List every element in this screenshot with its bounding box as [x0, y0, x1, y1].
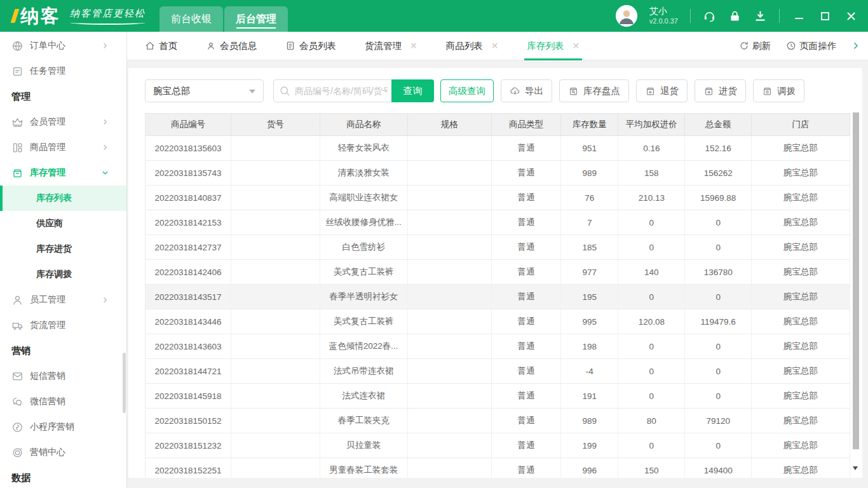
column-header-2[interactable]: 商品名称 — [320, 114, 408, 135]
download-icon[interactable] — [754, 10, 767, 23]
tab-goods-list[interactable]: 商品列表✕ — [446, 32, 499, 60]
cell-col8: 腕宝总部 — [752, 235, 850, 259]
avatar[interactable] — [616, 5, 637, 27]
topbar: 纳客 纳客管店更轻松 前台收银后台管理 艾小 v2.0.0.37 — [0, 0, 868, 32]
sidebar-item-wechat-marketing[interactable]: 微信营销 — [0, 389, 126, 414]
maximize-button[interactable] — [818, 9, 832, 23]
query-button[interactable]: 查询 — [391, 79, 434, 102]
column-header-7[interactable]: 总金额 — [685, 114, 752, 135]
tab-member-list[interactable]: 会员列表 — [285, 32, 336, 60]
page-ops-button[interactable]: 页面操作 — [786, 40, 836, 52]
globe-icon — [11, 40, 24, 52]
cell-col6: 120.08 — [618, 309, 685, 334]
column-header-0[interactable]: 商品编号 — [146, 114, 231, 135]
cell-col6: 0 — [618, 433, 685, 458]
cell-col7: 0 — [685, 285, 752, 309]
column-header-3[interactable]: 规格 — [408, 114, 492, 135]
sidebar-item-logistics-manage[interactable]: 货流管理 — [0, 313, 126, 338]
table-row[interactable]: 20220318144721法式吊带连衣裙普通-400腕宝总部 — [146, 359, 850, 384]
cell-col6: 150 — [618, 458, 685, 478]
return-button[interactable]: 退货 — [636, 79, 688, 102]
main-area: 首页会员信息会员列表货流管理✕商品列表✕库存列表✕ 刷新 页面操作 — [127, 32, 868, 488]
sidebar-item-task-manage[interactable]: 任务管理 — [0, 58, 126, 84]
column-header-8[interactable]: 门店 — [752, 114, 850, 135]
sidebar-item-order-center[interactable]: 订单中心 — [0, 33, 126, 58]
export-button[interactable]: 导出 — [501, 79, 552, 102]
table-scrollbar[interactable] — [853, 112, 859, 461]
cell-col1 — [231, 384, 320, 408]
sidebar-subitem-supplier[interactable]: 供应商 — [0, 211, 126, 236]
store-select[interactable]: 腕宝总部 — [145, 79, 264, 102]
sidebar-item-label: 订单中心 — [30, 40, 65, 51]
tab-close-icon[interactable]: ✕ — [410, 41, 417, 51]
stocktake-button[interactable]: 库存盘点 — [559, 79, 629, 102]
mode-tab-front-cashier[interactable]: 前台收银 — [159, 6, 223, 32]
table-row[interactable]: 20220318142406美式复古工装裤普通977140136780腕宝总部 — [146, 260, 850, 285]
tab-close-icon[interactable]: ✕ — [491, 41, 499, 51]
lock-icon[interactable] — [728, 10, 742, 23]
app-version: v2.0.0.37 — [649, 17, 678, 26]
cell-col6: 0 — [618, 285, 685, 309]
sidebar-item-marketing-center[interactable]: 营销中心 — [0, 440, 126, 465]
minimize-button[interactable] — [792, 9, 806, 23]
purchase-button[interactable]: 进货 — [695, 79, 746, 102]
sidebar-subitem-inventory-list[interactable]: 库存列表 — [0, 186, 126, 211]
cell-col8: 腕宝总部 — [752, 433, 850, 458]
tab-close-icon[interactable]: ✕ — [572, 41, 580, 51]
table-row[interactable]: 20220318135743清素淡雅女装普通989158156262腕宝总部 — [146, 161, 850, 186]
cell-col3 — [408, 334, 492, 358]
table-row[interactable]: 20220318143446美式复古工装裤普通995120.08119479.6… — [146, 309, 850, 334]
content-area: 腕宝总部 查询 高级查询 导出库存盘点退货进货调拨 商品编号货号商品名称规格商品… — [127, 60, 868, 488]
user-block[interactable]: 艾小 v2.0.0.37 — [649, 6, 678, 25]
scrollbar-thumb[interactable] — [853, 112, 859, 449]
cell-col3 — [408, 458, 492, 478]
sidebar-item-label: 会员管理 — [30, 116, 65, 128]
sidebar-subitem-inventory-transfer[interactable]: 库存调拨 — [0, 262, 126, 287]
close-button[interactable] — [844, 9, 858, 23]
tab-logistics[interactable]: 货流管理✕ — [365, 32, 417, 60]
cell-col6: 140 — [618, 260, 685, 284]
sidebar-item-staff-manage[interactable]: 员工管理 — [0, 287, 126, 313]
table-row[interactable]: 20220318145918法式连衣裙普通19100腕宝总部 — [146, 384, 850, 409]
cell-col4: 普通 — [492, 186, 562, 210]
sidebar-item-member-manage[interactable]: 会员管理 — [0, 109, 126, 135]
sidebar-item-sms-marketing[interactable]: 短信营销 — [0, 363, 126, 389]
table-row[interactable]: 20220318143517春季半透明衬衫女普通19500腕宝总部 — [146, 285, 850, 309]
staff-icon — [11, 294, 24, 306]
sidebar-subitem-inventory-purchase[interactable]: 库存进货 — [0, 236, 126, 262]
table-row[interactable]: 20220318151232贝拉童装普通19900腕宝总部 — [146, 433, 850, 458]
sidebar-item-miniprogram-marketing[interactable]: 小程序营销 — [0, 414, 126, 440]
cell-col4: 普通 — [492, 309, 562, 334]
table-row[interactable]: 20220318143603蓝色倾情2022春...普通19800腕宝总部 — [146, 334, 850, 359]
column-header-6[interactable]: 平均加权进价 — [618, 114, 685, 135]
cell-col1 — [231, 186, 320, 210]
support-icon[interactable] — [703, 10, 716, 23]
sidebar-scrollbar-thumb[interactable] — [123, 353, 126, 413]
chevron-right-icon[interactable] — [851, 41, 860, 50]
mode-tab-backend-manage[interactable]: 后台管理 — [224, 6, 288, 32]
logo-text: 纳客 — [20, 0, 61, 32]
sidebar-item-goods-manage[interactable]: 商品管理 — [0, 135, 126, 160]
table-row[interactable]: 20220318140837高端职业连衣裙女普通76210.1315969.88… — [146, 186, 850, 210]
column-header-1[interactable]: 货号 — [231, 114, 320, 135]
table-row[interactable]: 20220318142153丝绒收腰修身优雅...普通700腕宝总部 — [146, 210, 850, 235]
table-row[interactable]: 20220318142737白色雪纺衫普通18500腕宝总部 — [146, 235, 850, 260]
cell-col5: 199 — [561, 433, 618, 458]
advanced-query-button[interactable]: 高级查询 — [440, 79, 494, 102]
search-box: 查询 — [273, 79, 434, 102]
refresh-button[interactable]: 刷新 — [739, 40, 771, 52]
table-row[interactable]: 20220318150152春季工装夹克普通9898079120腕宝总部 — [146, 409, 850, 433]
table-row[interactable]: 20220318135603轻奢女装风衣普通9510.16152.16腕宝总部 — [146, 136, 850, 161]
tab-home[interactable]: 首页 — [145, 32, 177, 60]
tab-label: 商品列表 — [446, 40, 483, 52]
cell-col4: 普通 — [492, 285, 562, 309]
transfer-button[interactable]: 调拨 — [753, 79, 804, 102]
cell-col8: 腕宝总部 — [752, 334, 850, 358]
tab-member-info[interactable]: 会员信息 — [206, 32, 257, 60]
sidebar-item-inventory-manage[interactable]: 库存管理 — [0, 160, 126, 186]
column-header-4[interactable]: 商品类型 — [492, 114, 562, 135]
tab-inventory-list[interactable]: 库存列表✕ — [527, 32, 580, 60]
scrollbar-down-arrow[interactable] — [853, 466, 858, 473]
table-row[interactable]: 20220318152251男童春装工装套装普通996150149400腕宝总部 — [146, 458, 850, 478]
column-header-5[interactable]: 库存数量 — [561, 114, 618, 135]
